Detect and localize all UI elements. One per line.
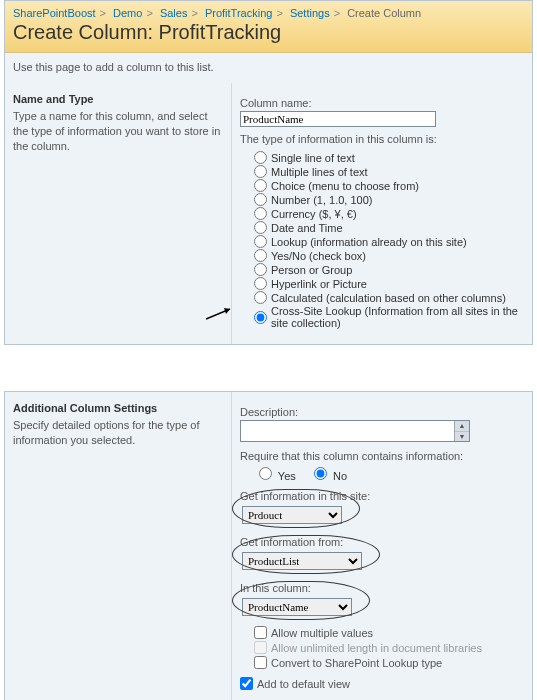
column-type-radio[interactable] [254,207,267,220]
page-title: Create Column: ProfitTracking [13,21,524,44]
name-type-heading: Name and Type [13,93,223,105]
column-type-option[interactable]: Lookup (information already on this site… [254,235,524,248]
require-radio-group: Yes No [254,464,524,482]
column-type-radio[interactable] [254,291,267,304]
column-type-label: Yes/No (check box) [271,250,366,262]
crumb-2[interactable]: Sales [160,7,188,19]
column-type-radio[interactable] [254,221,267,234]
crumb-0[interactable]: SharePointBoost [13,7,96,19]
additional-left: Additional Column Settings Specify detai… [5,392,232,700]
convert-row[interactable]: Convert to SharePoint Lookup type [254,656,524,669]
column-type-option[interactable]: Yes/No (check box) [254,249,524,262]
require-label: Require that this column contains inform… [240,450,524,462]
additional-heading: Additional Column Settings [13,402,223,414]
name-type-desc: Type a name for this column, and select … [13,109,223,154]
column-type-option[interactable]: Currency ($, ¥, €) [254,207,524,220]
additional-right: Description: ▲ ▼ Require that this colum… [232,392,532,700]
crumb-4[interactable]: Settings [290,7,330,19]
breadcrumb: SharePointBoost> Demo> Sales> ProfitTrac… [13,7,524,19]
add-default-label: Add to default view [257,678,350,690]
column-type-radio[interactable] [254,151,267,164]
column-type-label: Cross-Site Lookup (Information from all … [271,305,524,329]
column-type-label: Lookup (information already on this site… [271,236,467,248]
column-type-label: Number (1, 1.0, 100) [271,194,373,206]
column-type-label: Hyperlink or Picture [271,278,367,290]
site-select-annotation: Prdouct [240,504,352,526]
column-type-label: Date and Time [271,222,343,234]
page-header: SharePointBoost> Demo> Sales> ProfitTrac… [5,1,532,53]
description-label: Description: [240,406,524,418]
from-label: Get information from: [240,536,524,548]
column-type-radio[interactable] [254,165,267,178]
type-intro: The type of information in this column i… [240,133,524,145]
allow-unlimited-row: Allow unlimited length in document libra… [254,641,524,654]
col-select-annotation: ProductName [240,596,362,618]
column-type-label: Person or Group [271,264,352,276]
col-select[interactable]: ProductName [242,598,352,616]
require-yes[interactable]: Yes [254,470,296,482]
name-type-section: SharePointBoost> Demo> Sales> ProfitTrac… [4,0,533,345]
column-name-label: Column name: [240,97,524,109]
column-type-radio[interactable] [254,277,267,290]
spin-up-icon[interactable]: ▲ [455,421,469,432]
allow-unlimited-checkbox [254,641,267,654]
crumb-1[interactable]: Demo [113,7,142,19]
column-name-input[interactable] [240,111,436,127]
name-type-left: Name and Type Type a name for this colum… [5,83,232,344]
convert-checkbox[interactable] [254,656,267,669]
column-type-label: Choice (menu to choose from) [271,180,419,192]
additional-settings-section: Additional Column Settings Specify detai… [4,391,533,700]
column-type-label: Currency ($, ¥, €) [271,208,357,220]
convert-label: Convert to SharePoint Lookup type [271,657,442,669]
column-type-radio-list: Single line of textMultiple lines of tex… [254,151,524,329]
column-type-radio[interactable] [254,193,267,206]
column-type-option[interactable]: Number (1, 1.0, 100) [254,193,524,206]
add-default-checkbox[interactable] [240,677,253,690]
column-type-radio[interactable] [254,249,267,262]
from-select[interactable]: ProductList [242,552,362,570]
require-no[interactable]: No [309,470,347,482]
column-type-label: Single line of text [271,152,355,164]
column-type-option[interactable]: Calculated (calculation based on other c… [254,291,524,304]
site-select[interactable]: Prdouct [242,506,342,524]
allow-multi-checkbox[interactable] [254,626,267,639]
additional-desc: Specify detailed options for the type of… [13,418,223,448]
from-select-annotation: ProductList [240,550,372,572]
column-type-label: Multiple lines of text [271,166,368,178]
allow-multi-label: Allow multiple values [271,627,373,639]
column-type-option[interactable]: Choice (menu to choose from) [254,179,524,192]
column-type-option[interactable]: Single line of text [254,151,524,164]
column-type-option[interactable]: Person or Group [254,263,524,276]
crumb-5: Create Column [347,7,421,19]
column-type-option[interactable]: Hyperlink or Picture [254,277,524,290]
add-default-row[interactable]: Add to default view [240,677,524,690]
description-input[interactable]: ▲ ▼ [240,420,470,442]
spin-down-icon[interactable]: ▼ [455,432,469,442]
column-type-radio[interactable] [254,235,267,248]
column-type-option[interactable]: Date and Time [254,221,524,234]
column-type-label: Calculated (calculation based on other c… [271,292,506,304]
page-intro: Use this page to add a column to this li… [5,53,532,83]
column-type-option[interactable]: Multiple lines of text [254,165,524,178]
column-type-radio[interactable] [254,311,267,324]
column-type-radio[interactable] [254,263,267,276]
allow-multi-row[interactable]: Allow multiple values [254,626,524,639]
column-type-option[interactable]: Cross-Site Lookup (Information from all … [254,305,524,329]
col-label: In this column: [240,582,524,594]
allow-unlimited-label: Allow unlimited length in document libra… [271,642,482,654]
name-type-right: Column name: The type of information in … [232,83,532,344]
site-label: Get information in this site: [240,490,524,502]
description-spinner[interactable]: ▲ ▼ [454,421,469,441]
crumb-3[interactable]: ProfitTracking [205,7,272,19]
column-type-radio[interactable] [254,179,267,192]
